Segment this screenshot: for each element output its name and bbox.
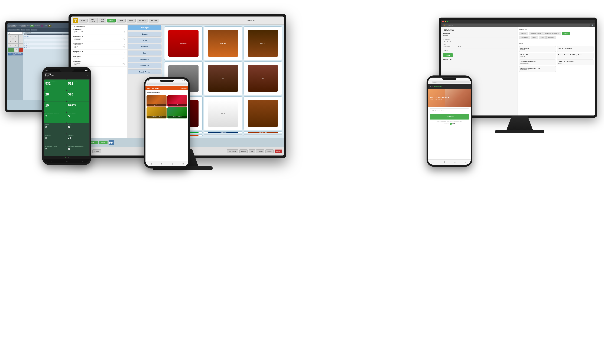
- cat-starters[interactable]: Starters: [519, 32, 528, 35]
- seat3-item2[interactable]: Sprite2.50: [73, 46, 125, 47]
- cat-rum-tequila[interactable]: Rum & Tequila: [128, 70, 162, 74]
- cat-house-entrees[interactable]: House Entrees: [167, 95, 187, 107]
- seat6-item2[interactable]: Milk2.50: [73, 64, 125, 65]
- recipe-btn[interactable]: Recipe: [239, 149, 248, 153]
- cat-soups-salads[interactable]: Soups & Salads: [167, 107, 187, 119]
- item-stoney-river[interactable]: Stoney River Legendary Filet $37.99 $47.…: [519, 66, 556, 72]
- oo-back-arrow[interactable]: ◁: [147, 83, 148, 85]
- item-ribeye[interactable]: Ribeye Steak $36.99: [519, 46, 556, 52]
- cat-specialties[interactable]: Specialties: [519, 36, 530, 39]
- bev-coke[interactable]: Coca-Cola: [164, 26, 203, 60]
- num-5[interactable]: 5: [13, 39, 18, 43]
- bev-pellegrino[interactable]: S.PELLEGRINO: [204, 132, 242, 133]
- seat5-item1[interactable]: Hot Tea2.50: [73, 57, 125, 59]
- cat-beer[interactable]: Beer: [128, 50, 162, 55]
- order-btn[interactable]: Order: [117, 19, 126, 23]
- transfer-btn[interactable]: Transfer: [92, 149, 101, 153]
- num-9[interactable]: 9: [18, 43, 23, 47]
- mp-view-check-btn[interactable]: View Check: [430, 114, 469, 120]
- num-2[interactable]: 2: [13, 35, 18, 39]
- num-3[interactable]: 3: [18, 35, 23, 39]
- cat-salads-soups[interactable]: Salads & Soups: [529, 32, 542, 35]
- num-6[interactable]: 6: [18, 39, 23, 43]
- life-btn[interactable]: Life: [8, 53, 12, 55]
- cat-sides[interactable]: Sides: [128, 38, 162, 43]
- oo-url-bar[interactable]: theFoundry.alohonline.com: [148, 83, 187, 85]
- clock-in-btn[interactable]: Clock In: [26, 29, 30, 31]
- oo-myorder-btn[interactable]: My Order: [181, 87, 187, 89]
- rt-back-icon[interactable]: ◁: [51, 160, 52, 162]
- url-bar[interactable]: 🔒 r 123456789: [442, 24, 590, 27]
- bev-hottea3[interactable]: [243, 96, 282, 130]
- rt-recents-icon[interactable]: ○: [82, 160, 83, 162]
- num-7[interactable]: 7: [8, 43, 13, 47]
- mp-hamburger-icon[interactable]: ≡: [430, 85, 431, 88]
- num-4[interactable]: 4: [8, 39, 13, 43]
- delete-btn[interactable]: Delete: [275, 149, 282, 153]
- cat-sandwiches[interactable]: Sandwiches & Wraps: [147, 107, 166, 119]
- seat1-item1[interactable]: Coke - a - Cola2.50: [73, 31, 125, 32]
- mp-receipt-input[interactable]: Enter Receipt Code: [430, 109, 469, 113]
- bev-hawaiian-punch[interactable]: HAWAIIAN PUNCH: [243, 132, 282, 133]
- cat-extra[interactable]: Extra: [539, 36, 546, 39]
- num-1[interactable]: 1: [8, 35, 13, 39]
- look-up-btn[interactable]: Look Up: [11, 29, 16, 31]
- mp-menu-nav[interactable]: ≡: [465, 161, 466, 163]
- item-center-filet[interactable]: Center Cut Filet Mignon $47.09: [557, 60, 594, 65]
- bev-hot-choc[interactable]: HOT: [204, 61, 242, 96]
- cat-beverages[interactable]: Beverages: [128, 25, 162, 30]
- as-app-btn[interactable]: As App: [149, 19, 159, 23]
- done-btn[interactable]: Done: [107, 19, 116, 23]
- oo-back-btn[interactable]: Back: [147, 87, 150, 89]
- bev-hot-tea-2[interactable]: HOT: [243, 61, 282, 96]
- seat4-item1[interactable]: Dr Pepper2.50: [73, 52, 125, 54]
- mp-url-bar[interactable]: ncrpay.com: [432, 81, 470, 83]
- seat1-item2[interactable]: Root Beer2.50: [73, 32, 125, 34]
- mp-share-nav[interactable]: ⬆: [443, 161, 445, 163]
- cat-glass-wine[interactable]: Glass Wine: [128, 57, 162, 62]
- minimize-traffic[interactable]: [445, 21, 446, 22]
- seat6-btn[interactable]: Seat 6: [99, 141, 108, 144]
- rt-home-icon[interactable]: □: [66, 160, 67, 162]
- cat-desserts[interactable]: Desserts: [128, 44, 162, 49]
- clear-num-btn[interactable]: Clear: [19, 48, 23, 52]
- mp-tabs-nav[interactable]: □: [454, 161, 456, 163]
- cat-vodka-gin[interactable]: Vodka & Gin: [128, 63, 162, 68]
- pick-up-btn[interactable]: PK Up: [16, 29, 20, 31]
- qty-btn[interactable]: Qty.: [249, 149, 255, 153]
- rt-share-icon[interactable]: ⬆: [86, 74, 88, 77]
- next-seat-btn[interactable]: ▶▶: [109, 140, 114, 145]
- maximize-traffic[interactable]: [447, 21, 448, 22]
- num-8[interactable]: 8: [13, 43, 18, 47]
- oo-home-nav[interactable]: ⬆: [161, 163, 163, 165]
- all-day-btn[interactable]: All Day: [21, 24, 26, 27]
- item-steakfries[interactable]: Steak & Fries $40.00: [519, 53, 556, 59]
- num-0[interactable]: 0: [14, 48, 18, 52]
- bev-coffee[interactable]: COFFEE: [243, 26, 282, 60]
- split-check-btn[interactable]: SplitCheck: [89, 18, 98, 23]
- seat2-item2[interactable]: Dr Pepper2.50: [73, 39, 125, 40]
- item-nystripsteak[interactable]: New York Strip Steak: [557, 46, 594, 52]
- bev-milk[interactable]: MILK: [204, 96, 242, 130]
- item-trio-filet[interactable]: Trio of Filet Medallions $3.08 $38.99: [519, 60, 556, 65]
- clear-btn[interactable]: Clear: [79, 19, 88, 23]
- cat-appetizers[interactable]: Appetizers: [147, 95, 166, 107]
- toolbar-more[interactable]: ...: [35, 29, 38, 31]
- oo-bookmark-nav[interactable]: ≡: [183, 163, 184, 165]
- retrieve-btn[interactable]: Retrieve: [8, 48, 14, 52]
- oo-back-nav[interactable]: ◁: [150, 163, 152, 165]
- oo-menu-btn[interactable]: Our Menu: [152, 87, 158, 89]
- item-cowboy-ribeye[interactable]: Bone-in 'Cowboy Cut' Ribeye Steak: [557, 53, 594, 59]
- send-btn[interactable]: Send: [443, 53, 453, 57]
- repeat-btn[interactable]: Repeat: [256, 149, 264, 153]
- cat-entrees[interactable]: Entrees: [128, 32, 162, 36]
- oo-share-nav[interactable]: □: [172, 163, 173, 165]
- mp-back-nav[interactable]: ◁: [433, 161, 434, 163]
- split-seat-btn[interactable]: SplitSeat: [99, 18, 106, 23]
- seat3-item1[interactable]: Fruit Punch2.50: [73, 44, 125, 46]
- seat2-item1[interactable]: Lemonade2.50: [73, 37, 125, 39]
- modify-btn[interactable]: Modify: [265, 149, 274, 153]
- cat-burgers[interactable]: Burgers & Sandwiches: [543, 32, 561, 35]
- alts-btn[interactable]: Alts: [8, 29, 11, 31]
- seat3-item3[interactable]: Milk2.50: [73, 47, 125, 49]
